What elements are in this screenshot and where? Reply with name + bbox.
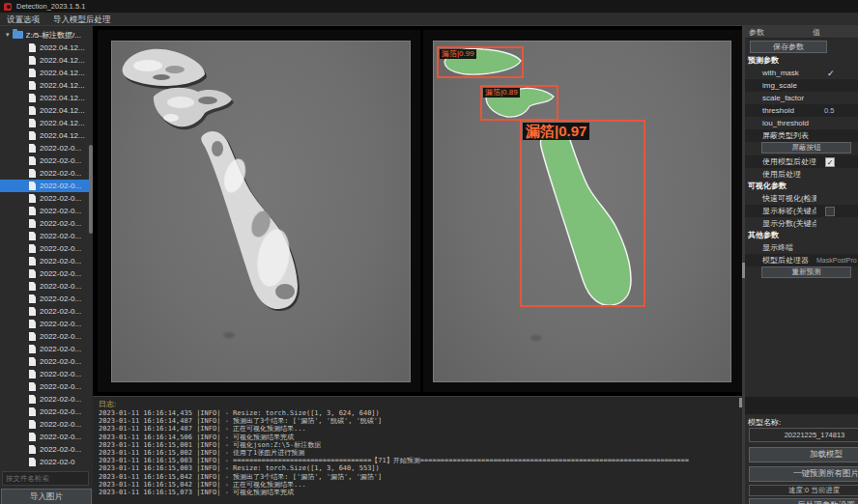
param-row[interactable]: 屏蔽类型列表	[745, 129, 858, 142]
param-row[interactable]: 使用模型后处理✓	[745, 155, 858, 168]
checkbox-checked-icon[interactable]: ✓	[825, 157, 835, 167]
tree-item[interactable]: 2022-02-0...	[0, 217, 89, 230]
tree-item-label: 2022.04.12...	[40, 94, 85, 102]
load-model-button[interactable]: 加载模型	[749, 447, 858, 462]
tree-item-label: 2022.04.12...	[40, 131, 85, 140]
file-icon	[29, 144, 36, 153]
tree-item[interactable]: 2022.04.12...	[0, 92, 89, 104]
tree-item[interactable]: 2022-02-0...	[0, 343, 89, 355]
prediction-image-panel: 漏箔|0.99漏箔|0.89漏箔|0.97	[423, 30, 744, 392]
tree-item-label: 2022-02-0...	[40, 357, 81, 366]
param-row[interactable]: 快速可视化(检测)	[745, 192, 858, 205]
file-icon	[29, 332, 36, 341]
file-search-input[interactable]	[2, 471, 89, 486]
tree-item[interactable]: 2022-02-0...	[0, 267, 89, 280]
param-value: ✓	[816, 156, 858, 166]
tree-item-label: 2022-02-0...	[40, 269, 81, 278]
param-row[interactable]: 显示终端	[745, 241, 858, 254]
menu-item[interactable]: 导入模型后处理	[46, 13, 118, 26]
tree-item[interactable]: 2022-02-0...	[0, 330, 89, 343]
chevron-down-icon: ▾	[6, 31, 10, 39]
tree-item-label: 2022-02-0...	[40, 169, 81, 178]
tree-item[interactable]: 2022.04.12...	[0, 104, 89, 117]
file-icon	[29, 395, 36, 404]
tree-item[interactable]: 2022-02-0...	[0, 318, 89, 330]
tree-item[interactable]: 2022-02-0...	[0, 142, 89, 154]
param-row[interactable]: 使用后处理	[745, 168, 858, 181]
tree-root[interactable]: ▾ Z:/5-标注数据/...	[0, 28, 89, 42]
param-action-button[interactable]: 屏蔽按钮	[761, 142, 851, 154]
postprocess-settings-button[interactable]: 后处理参数设置	[749, 498, 858, 504]
file-icon	[29, 244, 36, 253]
title-bar: Detection_2023.1.5.1	[0, 0, 858, 13]
model-name-field[interactable]: 20221225_174813	[749, 428, 858, 442]
tree-item[interactable]: 2022-02-0...	[0, 242, 89, 255]
tree-item[interactable]: 2022-02-0...	[0, 180, 89, 192]
section-divider	[745, 397, 858, 414]
tree-item[interactable]: 2022-02-0...	[0, 431, 89, 443]
tree-item[interactable]: 2022-02-0...	[0, 205, 89, 217]
file-icon	[29, 445, 36, 454]
tree-item[interactable]: 2022-02-0...	[0, 280, 89, 293]
params-panel: 参数 值 保存参数 预测参数with_mask✓img_scalescale_f…	[745, 26, 858, 504]
file-icon	[29, 119, 36, 127]
file-tree-items: 2022.04.12...2022.04.12...2022.04.12...2…	[0, 42, 89, 466]
tree-item[interactable]: 2022.04.12...	[0, 67, 89, 79]
detection-label: 漏箔|0.99	[440, 49, 476, 59]
file-icon	[29, 257, 36, 266]
file-icon	[29, 81, 36, 90]
tree-item[interactable]: 2022-02-0	[0, 456, 89, 466]
param-row[interactable]: threshold0.5	[745, 104, 858, 117]
file-icon	[29, 94, 36, 102]
param-row[interactable]: 显示分数(关键点)	[745, 217, 858, 230]
tree-item[interactable]: 2022-02-0...	[0, 293, 89, 305]
tree-item[interactable]: 2022-02-0...	[0, 406, 89, 418]
source-image[interactable]	[111, 41, 411, 382]
file-icon	[29, 106, 36, 115]
param-row[interactable]: with_mask✓	[745, 67, 858, 79]
tree-item[interactable]: 2022-02-0...	[0, 305, 89, 318]
predict-all-button[interactable]: 一键预测所有图片	[749, 466, 858, 482]
param-row[interactable]: img_scale	[745, 79, 858, 92]
tree-item[interactable]: 2022-02-0...	[0, 230, 89, 242]
tree-item[interactable]: 2022-02-0...	[0, 368, 89, 380]
tree-item-label: 2022.04.12...	[40, 81, 85, 90]
tree-item[interactable]: 2022-02-0...	[0, 355, 89, 368]
param-row[interactable]: 显示标签(关键点)	[745, 205, 858, 217]
tree-item[interactable]: 2022-02-0...	[0, 192, 89, 205]
tree-item-label: 2022-02-0...	[40, 244, 81, 253]
param-row[interactable]: iou_threshold	[745, 117, 858, 129]
param-label: 使用后处理	[745, 169, 816, 180]
tree-item[interactable]: 2022-02-0...	[0, 418, 89, 431]
tree-item[interactable]: 2022.04.12...	[0, 42, 89, 54]
param-label: 模型后处理器	[745, 255, 816, 266]
tree-item[interactable]: 2022-02-0...	[0, 380, 89, 393]
save-params-button[interactable]: 保存参数	[750, 41, 827, 53]
param-label: iou_threshold	[745, 119, 816, 127]
tree-item-label: 2022.04.12...	[40, 119, 85, 127]
param-label: 显示分数(关键点)	[745, 218, 816, 229]
tree-item[interactable]: 2022-02-0...	[0, 443, 89, 456]
photo-right[interactable]: 漏箔|0.99漏箔|0.89漏箔|0.97	[433, 41, 731, 382]
tree-item-label: 2022.04.12...	[40, 106, 85, 115]
tree-item[interactable]: 2022-02-0...	[0, 255, 89, 267]
tree-item[interactable]: 2022-02-0...	[0, 167, 89, 180]
tree-item[interactable]: 2022.04.12...	[0, 117, 89, 129]
tree-item-label: 2022-02-0...	[40, 345, 81, 353]
param-row[interactable]: scale_factor	[745, 92, 858, 104]
log-title: 日志:	[99, 399, 116, 409]
log-panel: 日志: 2023-01-11 16:16:14,435 |INFO| - Res…	[93, 396, 744, 504]
tree-item[interactable]: 2022.04.12...	[0, 79, 89, 92]
menu-item[interactable]: 设置选项	[0, 13, 46, 26]
tree-item[interactable]: 2022.04.12...	[0, 129, 89, 142]
param-row[interactable]: 模型后处理器MaskPostPro	[745, 254, 858, 266]
tree-item-label: 2022-02-0...	[40, 232, 81, 240]
tree-item[interactable]: 2022.04.12...	[0, 54, 89, 67]
param-label: 屏蔽类型列表	[745, 130, 816, 141]
checkbox-empty-icon[interactable]	[825, 207, 835, 216]
tree-item[interactable]: 2022-02-0...	[0, 154, 89, 167]
tree-item[interactable]: 2022-02-0...	[0, 393, 89, 406]
menu-bar: 设置选项导入模型后处理	[0, 13, 858, 26]
import-images-button[interactable]: 导入图片	[1, 489, 92, 504]
param-action-button[interactable]: 重新预测	[761, 266, 851, 278]
